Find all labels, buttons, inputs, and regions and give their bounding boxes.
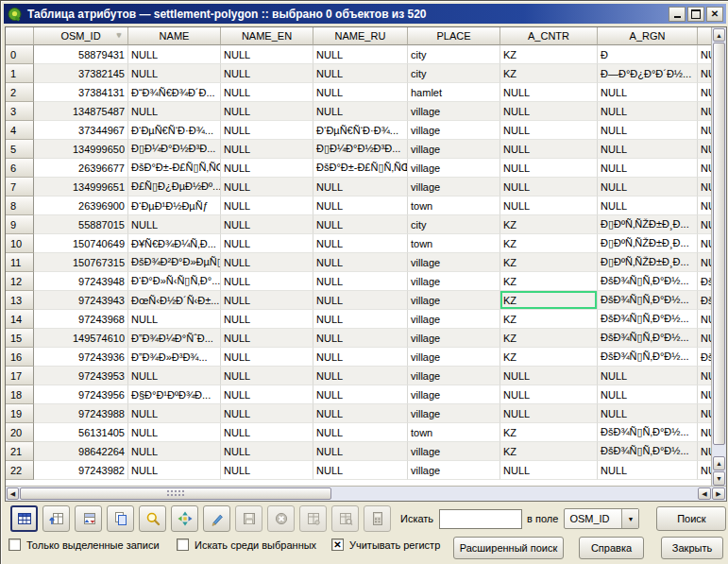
toggle-editing-button[interactable]: [203, 505, 230, 532]
cell-name[interactable]: ÐšÐ¾Ð²Ð°Ð»ÐµÑ▯...: [128, 253, 221, 272]
cell-a-rgn[interactable]: ÐšÐ¾Ñ▯Ñ‚Ð°Ð½...: [598, 291, 698, 310]
cell-place[interactable]: city: [408, 45, 500, 64]
cell-name-ru[interactable]: NULL: [313, 178, 408, 197]
cell-osm-id[interactable]: 26396677: [34, 159, 128, 178]
cell-a-cntr[interactable]: KZ: [500, 215, 598, 234]
cell-a-cntr[interactable]: NULL: [500, 385, 598, 404]
cell-a-cntr[interactable]: NULL: [500, 159, 598, 178]
cell-name[interactable]: Ð▯Ð¼Ð°Ð½Ð³Ð...: [128, 140, 221, 159]
cell-a-cntr[interactable]: NULL: [500, 140, 598, 159]
cell-name[interactable]: Ð‘ÐµÐ¹Ð½ÐµÑƒ: [128, 197, 221, 215]
cell-osm-id[interactable]: 37382145: [34, 64, 128, 83]
delete-column-button[interactable]: [331, 505, 359, 532]
cell-name-ru[interactable]: Ð‘ÐµÑ€Ñ‘Ð·Ð¾...: [313, 121, 408, 140]
zoom-to-selection-button[interactable]: [139, 505, 166, 532]
cell-name[interactable]: Ð¥Ñ€Ð¾Ð¼Ñ‚Ð...: [128, 234, 221, 253]
cell-osm-id[interactable]: 150767315: [34, 253, 128, 272]
cell-a-rgn[interactable]: NULL: [598, 367, 698, 385]
cell-a-rgn[interactable]: Ð▯ÐºÑ‚ÑŽÐ±Ð¸Ð...: [598, 234, 698, 253]
pan-to-selection-button[interactable]: [171, 505, 198, 532]
scroll-left-button[interactable]: ◀: [7, 487, 19, 500]
cell-place[interactable]: village: [408, 291, 500, 310]
cell-place[interactable]: village: [408, 329, 500, 348]
cell-a-cntr[interactable]: KZ: [500, 64, 598, 83]
search-button[interactable]: Поиск: [656, 506, 726, 531]
cell-name[interactable]: NULL: [128, 461, 221, 480]
cell-name-en[interactable]: NULL: [221, 215, 313, 234]
cell-a-cntr[interactable]: KZ: [500, 423, 598, 442]
cell-name-en[interactable]: NULL: [221, 367, 313, 385]
cell-name-en[interactable]: NULL: [221, 83, 313, 102]
help-button[interactable]: Справка: [579, 537, 644, 559]
cell-place[interactable]: village: [408, 102, 500, 121]
cell-name[interactable]: NULL: [128, 215, 221, 234]
cell-place[interactable]: town: [408, 234, 500, 253]
cell-osm-id[interactable]: 134875487: [34, 102, 128, 121]
cell-name-en[interactable]: NULL: [221, 178, 313, 197]
cell-name-ru[interactable]: NULL: [313, 215, 408, 234]
cell-name-ru[interactable]: Ð▯Ð¼Ð°Ð½Ð³Ð...: [313, 140, 408, 159]
cell-osm-id[interactable]: 97243982: [34, 461, 128, 480]
cell-a-rgn[interactable]: NULL: [598, 83, 698, 102]
cell-osm-id[interactable]: 58879431: [34, 45, 128, 64]
cell-a-cntr[interactable]: NULL: [500, 121, 598, 140]
cell-place[interactable]: village: [408, 442, 500, 461]
cell-overflow[interactable]: NU: [698, 140, 712, 159]
cell-overflow[interactable]: NU: [698, 83, 712, 102]
row-header[interactable]: 22: [6, 461, 34, 480]
cell-a-cntr[interactable]: NULL: [500, 102, 598, 121]
cell-name-en[interactable]: NULL: [221, 310, 313, 329]
cell-name-ru[interactable]: NULL: [313, 197, 408, 215]
row-header[interactable]: 8: [6, 197, 34, 215]
cell-name[interactable]: Ð§Ð°Ð¹ÐºÐ¾Ð...: [128, 385, 221, 404]
maximize-button[interactable]: [687, 7, 704, 22]
search-selected-only-checkbox[interactable]: [177, 538, 189, 551]
horizontal-scroll-thumb[interactable]: [20, 487, 331, 500]
cell-place[interactable]: city: [408, 64, 500, 83]
row-header[interactable]: 17: [6, 367, 34, 385]
save-edits-button[interactable]: [235, 505, 262, 532]
cell-a-cntr[interactable]: NULL: [500, 83, 598, 102]
cell-osm-id[interactable]: 37344967: [34, 121, 128, 140]
cell-a-cntr[interactable]: KZ: [500, 348, 598, 367]
cell-a-rgn[interactable]: ÐšÐ¾Ñ▯Ñ‚Ð°Ð½...: [598, 423, 698, 442]
copy-selected-rows-button[interactable]: [107, 505, 134, 532]
cell-overflow[interactable]: NU: [698, 404, 712, 423]
cell-name-ru[interactable]: NULL: [313, 272, 408, 291]
cell-name-en[interactable]: NULL: [221, 404, 313, 423]
cell-place[interactable]: village: [408, 272, 500, 291]
vertical-scrollbar[interactable]: ▲ ▲ ▼: [711, 27, 726, 487]
cell-name[interactable]: Ð“Ð¾Ñ€Ð¾Ð´Ð...: [128, 83, 221, 102]
row-header[interactable]: 10: [6, 234, 34, 253]
scroll-right-button[interactable]: ▶: [712, 487, 725, 500]
cell-a-rgn[interactable]: NULL: [598, 140, 698, 159]
cell-overflow[interactable]: NU: [698, 253, 712, 272]
cell-a-rgn[interactable]: NULL: [598, 121, 698, 140]
row-header[interactable]: 3: [6, 102, 34, 121]
row-header[interactable]: 0: [6, 45, 34, 64]
cell-name-en[interactable]: NULL: [221, 64, 313, 83]
cell-a-cntr[interactable]: NULL: [500, 404, 598, 423]
cell-name-ru[interactable]: NULL: [313, 310, 408, 329]
cell-a-rgn[interactable]: NULL: [598, 197, 698, 215]
row-header[interactable]: 2: [6, 83, 34, 102]
column-header-name[interactable]: NAME: [128, 27, 221, 45]
row-header[interactable]: 21: [6, 442, 34, 461]
cell-name-ru[interactable]: NULL: [313, 423, 408, 442]
cell-overflow[interactable]: NU: [698, 367, 712, 385]
cell-place[interactable]: village: [408, 461, 500, 480]
cell-place[interactable]: village: [408, 348, 500, 367]
cell-name-en[interactable]: NULL: [221, 291, 313, 310]
cell-name[interactable]: NULL: [128, 367, 221, 385]
cell-a-cntr[interactable]: NULL: [500, 367, 598, 385]
cell-osm-id[interactable]: 97243936: [34, 348, 128, 367]
row-header[interactable]: 12: [6, 272, 34, 291]
cell-a-rgn[interactable]: NULL: [598, 461, 698, 480]
cell-name[interactable]: Ð”Ð¾Ð»Ð³Ð¾...: [128, 348, 221, 367]
cell-a-rgn[interactable]: Ð▯ÐºÑ‚ÑŽÐ±Ð¸Ð...: [598, 215, 698, 234]
row-header[interactable]: 9: [6, 215, 34, 234]
cell-a-rgn[interactable]: Ð—Ð°Ð¿Ð°Ð´Ð½...: [598, 64, 698, 83]
row-header[interactable]: 18: [6, 385, 34, 404]
cell-name[interactable]: NULL: [128, 442, 221, 461]
cell-a-cntr[interactable]: KZ: [500, 291, 598, 310]
